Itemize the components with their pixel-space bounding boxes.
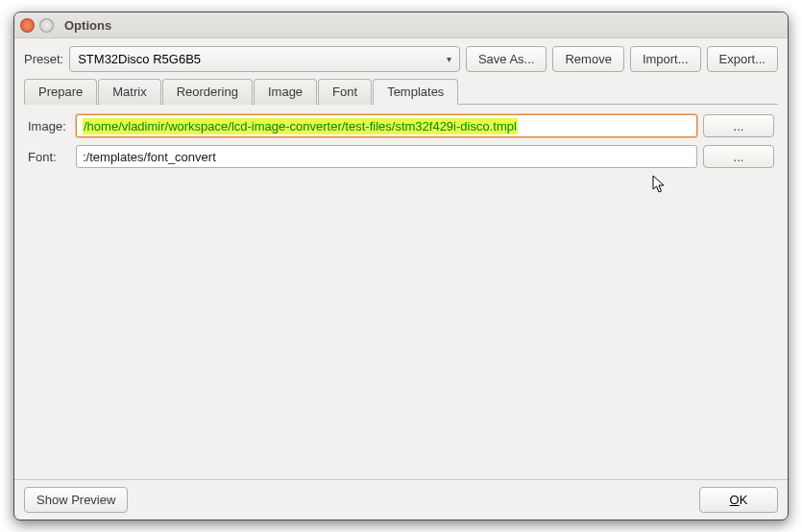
minimize-icon[interactable]: [39, 18, 54, 33]
tabbar: Prepare Matrix Reordering Image Font Tem…: [24, 78, 778, 105]
tab-reordering[interactable]: Reordering: [162, 79, 253, 105]
ok-button[interactable]: OK: [699, 487, 778, 513]
export-button[interactable]: Export...: [707, 46, 778, 72]
close-icon[interactable]: [20, 18, 35, 33]
tab-font[interactable]: Font: [318, 79, 372, 105]
preset-combo[interactable]: STM32Disco R5G6B5 ▾: [69, 46, 460, 72]
chevron-down-icon: ▾: [447, 54, 451, 64]
show-preview-button[interactable]: Show Preview: [24, 487, 128, 513]
image-template-label: Image:: [28, 119, 70, 133]
preset-selected: STM32Disco R5G6B5: [78, 52, 201, 66]
titlebar: Options: [14, 12, 788, 38]
window-title: Options: [64, 18, 111, 33]
image-browse-button[interactable]: ...: [703, 114, 774, 137]
save-as-button[interactable]: Save As...: [466, 46, 547, 72]
import-button[interactable]: Import...: [630, 46, 701, 72]
ok-rest: K: [740, 493, 748, 507]
options-window: Options Preset: STM32Disco R5G6B5 ▾ Save…: [13, 12, 789, 520]
templates-panel: Image: /home/vladimir/workspace/lcd-imag…: [24, 105, 778, 473]
tab-templates[interactable]: Templates: [373, 79, 458, 105]
image-template-input[interactable]: /home/vladimir/workspace/lcd-image-conve…: [76, 114, 697, 137]
font-template-value: :/templates/font_convert: [83, 150, 216, 164]
preset-label: Preset:: [24, 52, 63, 66]
preset-row: Preset: STM32Disco R5G6B5 ▾ Save As... R…: [24, 46, 778, 72]
ok-underline: O: [730, 493, 740, 507]
tab-matrix[interactable]: Matrix: [98, 79, 160, 105]
bottom-bar: Show Preview OK: [14, 479, 788, 520]
image-template-row: Image: /home/vladimir/workspace/lcd-imag…: [28, 114, 774, 137]
font-browse-button[interactable]: ...: [703, 145, 774, 168]
font-template-input[interactable]: :/templates/font_convert: [76, 145, 697, 168]
remove-button[interactable]: Remove: [552, 46, 623, 72]
content-area: Preset: STM32Disco R5G6B5 ▾ Save As... R…: [14, 38, 788, 479]
tab-image[interactable]: Image: [254, 79, 317, 105]
font-template-row: Font: :/templates/font_convert ...: [28, 145, 774, 168]
font-template-label: Font:: [28, 150, 70, 164]
tab-prepare[interactable]: Prepare: [24, 79, 97, 105]
image-template-value: /home/vladimir/workspace/lcd-image-conve…: [83, 118, 518, 134]
